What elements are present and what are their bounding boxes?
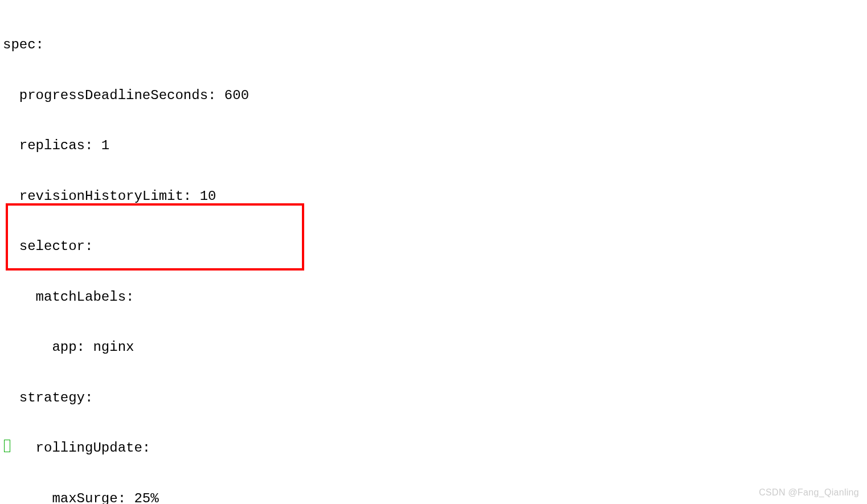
code-line: strategy: xyxy=(3,390,867,407)
text-cursor-icon xyxy=(4,440,10,452)
code-line: spec: xyxy=(3,36,867,54)
code-line: replicas: 1 xyxy=(3,137,867,154)
code-line: progressDeadlineSeconds: 600 xyxy=(3,87,867,104)
code-line: rollingUpdate: xyxy=(3,440,867,457)
code-line: app: nginx xyxy=(3,339,867,356)
code-line: maxSurge: 25% xyxy=(3,490,867,504)
code-line: selector: xyxy=(3,238,867,255)
yaml-code-block: spec: progressDeadlineSeconds: 600 repli… xyxy=(3,3,867,504)
code-line: revisionHistoryLimit: 10 xyxy=(3,188,867,205)
code-line: matchLabels: xyxy=(3,289,867,306)
watermark-text: CSDN @Fang_Qianling xyxy=(759,487,859,498)
